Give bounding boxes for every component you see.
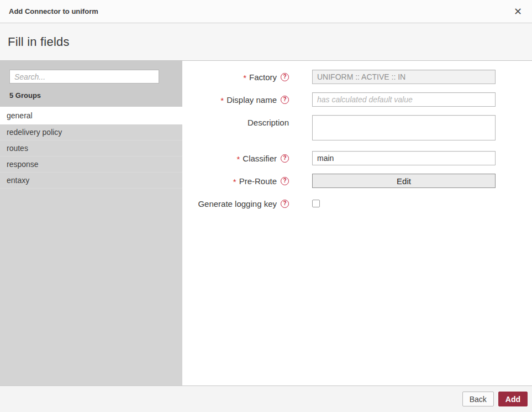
pre-route-edit-button[interactable]: Edit xyxy=(312,174,496,188)
page-title: Fill in fields xyxy=(8,35,70,49)
required-indicator: * xyxy=(243,73,246,82)
display-name-input[interactable] xyxy=(312,92,496,107)
dialog-footer: Back Add xyxy=(0,385,532,412)
help-icon[interactable]: ? xyxy=(281,154,289,163)
dialog-title: Add Connector to uniform xyxy=(9,7,98,15)
required-indicator: * xyxy=(236,154,240,164)
help-icon[interactable]: ? xyxy=(281,177,289,185)
display-name-field xyxy=(312,92,496,107)
form-row-generate-logging-key: Generate logging key ? xyxy=(182,196,532,211)
help-icon[interactable]: ? xyxy=(281,73,289,81)
pre-route-field: Edit xyxy=(312,174,496,188)
pre-route-label-group: * Pre-Route ? xyxy=(182,174,312,188)
dialog-body: 5 Groups general redelivery policy route… xyxy=(0,61,532,385)
help-icon[interactable]: ? xyxy=(281,200,289,208)
classifier-label: Classifier xyxy=(243,154,277,163)
sidebar-item-response[interactable]: response xyxy=(0,157,182,173)
pre-route-label: Pre-Route xyxy=(239,176,277,186)
form-row-classifier: * Classifier ? xyxy=(182,151,532,165)
sidebar-item-routes[interactable]: routes xyxy=(0,140,182,157)
back-button[interactable]: Back xyxy=(462,392,494,406)
logging-key-field xyxy=(312,196,496,210)
display-name-label: Display name xyxy=(227,95,277,105)
sidebar-top-section: 5 Groups xyxy=(0,61,182,107)
groups-count-label: 5 Groups xyxy=(9,91,159,100)
classifier-field xyxy=(312,151,496,165)
required-indicator: * xyxy=(220,96,224,105)
add-connector-dialog: Add Connector to uniform ✕ Fill in field… xyxy=(0,0,532,412)
sidebar-item-entaxy[interactable]: entaxy xyxy=(0,173,182,189)
description-field xyxy=(312,115,496,143)
groups-sidebar: 5 Groups general redelivery policy route… xyxy=(0,61,182,385)
logging-key-checkbox[interactable] xyxy=(312,200,320,207)
form-row-pre-route: * Pre-Route ? Edit xyxy=(182,174,532,188)
description-label: Description xyxy=(247,118,289,127)
form-row-factory: * Factory ? xyxy=(182,70,532,84)
dialog-titlebar: Add Connector to uniform ✕ xyxy=(0,0,532,23)
logging-key-label: Generate logging key xyxy=(198,199,277,208)
form-row-display-name: * Display name ? xyxy=(182,92,532,107)
search-input[interactable] xyxy=(9,70,159,84)
factory-input xyxy=(312,70,496,84)
description-label-group: Description xyxy=(182,115,312,129)
classifier-input[interactable] xyxy=(312,151,496,165)
classifier-label-group: * Classifier ? xyxy=(182,151,312,165)
connector-form: * Factory ? * Display name ? xyxy=(182,61,532,385)
group-list: general redelivery policy routes respons… xyxy=(0,107,182,189)
add-button[interactable]: Add xyxy=(498,392,528,406)
sidebar-item-general[interactable]: general xyxy=(0,107,182,124)
dialog-subheader: Fill in fields xyxy=(0,23,532,61)
display-name-label-group: * Display name ? xyxy=(182,92,312,107)
required-indicator: * xyxy=(233,177,236,186)
description-textarea[interactable] xyxy=(312,115,496,140)
factory-label-group: * Factory ? xyxy=(182,70,312,84)
sidebar-item-redelivery-policy[interactable]: redelivery policy xyxy=(0,124,182,140)
factory-field xyxy=(312,70,496,84)
factory-label: Factory xyxy=(249,72,277,82)
close-icon[interactable]: ✕ xyxy=(512,6,524,18)
form-row-description: Description xyxy=(182,115,532,143)
help-icon[interactable]: ? xyxy=(281,96,289,104)
logging-key-label-group: Generate logging key ? xyxy=(182,196,312,211)
